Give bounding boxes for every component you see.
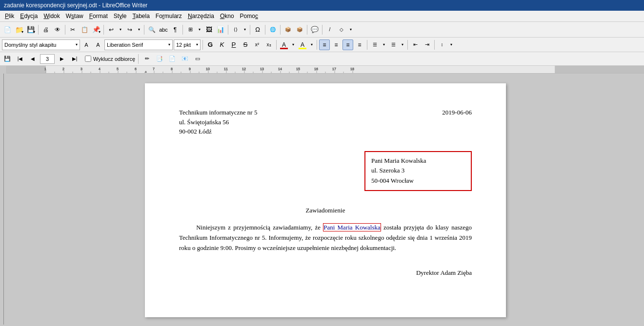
textbox-button[interactable]: 📦 [282, 24, 293, 35]
undo-dropdown[interactable]: ▾ [118, 24, 123, 35]
cut-button[interactable]: ✂ [67, 24, 78, 35]
mm-email-button[interactable]: 📧 [180, 54, 190, 64]
font-label: Liberation Serif [107, 42, 167, 48]
svg-text:3: 3 [80, 67, 82, 71]
style-icon-2[interactable]: A [93, 39, 103, 50]
redo-button[interactable]: ↪ [124, 24, 135, 35]
shape-button[interactable]: ◇ [336, 24, 347, 35]
menu-wstaw[interactable]: Wstaw [63, 12, 86, 20]
comment-button[interactable]: 💬 [309, 24, 320, 35]
show-fields-button[interactable]: ⟨⟩ [230, 24, 241, 35]
redo-dropdown[interactable]: ▾ [136, 24, 142, 35]
doc-header: Technikum informatyczne nr 5 ul. Świętoj… [179, 108, 472, 136]
open-button[interactable]: 📁▾ [14, 24, 24, 35]
db-button[interactable]: 🌐 [267, 24, 278, 35]
font-color-dropdown[interactable]: ▾ [290, 39, 296, 50]
bold-button[interactable]: G [205, 39, 216, 50]
svg-text:7: 7 [153, 67, 155, 71]
mailmerge-toolbar: 💾 |◀ ◀ 3 ▶ ▶| Wyklucz odbiorcę ✏ 📑 📄 📧 ▭ [0, 52, 644, 66]
style-dropdown[interactable]: Domyślny styl akapitu ▾ [2, 39, 80, 50]
print-button[interactable]: 🖨 [40, 24, 51, 35]
new-button[interactable]: 📄 [2, 24, 13, 35]
insert-table-button[interactable]: ⊞ [185, 24, 196, 35]
menu-edycja[interactable]: Edycja [17, 12, 40, 20]
spellcheck-button[interactable]: abc [158, 24, 169, 35]
toolbar-sep-3 [103, 25, 104, 35]
undo-button[interactable]: ↩ [106, 24, 117, 35]
list-ordered-dropdown[interactable]: ▾ [400, 39, 405, 50]
paste-button[interactable]: 📌▾ [91, 24, 101, 35]
line-button[interactable]: / [324, 24, 335, 35]
indent-increase-button[interactable]: ⇥ [422, 39, 432, 50]
menu-tabela[interactable]: Tabela [129, 12, 152, 20]
menu-pomoc[interactable]: Pomoc [237, 12, 261, 20]
insert-chart-button[interactable]: 📊 [215, 24, 226, 35]
body-part1: Niniejszym z przyjemnością zawiadamiamy,… [196, 224, 323, 231]
textbox2-button[interactable]: 📦 [294, 24, 305, 35]
svg-text:15: 15 [296, 67, 300, 71]
menu-format[interactable]: Format [86, 12, 111, 20]
size-chevron[interactable]: ▾ [196, 42, 198, 47]
shapes-dropdown[interactable]: ▾ [348, 24, 354, 35]
mm-rect-button[interactable]: ▭ [192, 54, 203, 64]
show-fields-dropdown[interactable]: ▾ [242, 24, 248, 35]
formatting-marks-button[interactable]: ¶ [170, 24, 181, 35]
menu-formularz[interactable]: Formularz [153, 12, 185, 20]
style-icon-1[interactable]: A [81, 39, 92, 50]
align-center-button[interactable]: ≡ [331, 39, 342, 50]
insert-table-dropdown[interactable]: ▾ [197, 24, 202, 35]
find-button[interactable]: 🔍 [146, 24, 157, 35]
size-dropdown[interactable]: 12 pkt ▾ [174, 39, 201, 50]
sender-line3: 90-002 Łódź [179, 127, 257, 136]
document-page: Technikum informatyczne nr 5 ul. Świętoj… [145, 83, 506, 317]
preview-button[interactable]: 👁 [52, 24, 63, 35]
mm-next-button[interactable]: ▶ [57, 54, 67, 64]
document-scroll[interactable]: Technikum informatyczne nr 5 ul. Świętoj… [7, 74, 644, 325]
subscript-button[interactable]: x₂ [263, 39, 274, 50]
menu-style[interactable]: Style [111, 12, 130, 20]
mm-exclude-checkbox[interactable] [85, 56, 91, 62]
toolbar-sep-2 [65, 25, 65, 35]
menu-widok[interactable]: Widok [40, 12, 62, 20]
italic-button[interactable]: K [217, 39, 227, 50]
align-right-button[interactable]: ≡ [342, 39, 353, 50]
mm-save-button[interactable]: 💾 [2, 54, 13, 64]
strikethrough-button[interactable]: S [240, 39, 251, 50]
line-spacing-dropdown[interactable]: ▾ [448, 39, 454, 50]
font-dropdown[interactable]: Liberation Serif ▾ [104, 39, 173, 50]
underline-button[interactable]: P [228, 39, 239, 50]
line-spacing-button[interactable]: ↕ [437, 39, 447, 50]
list-unordered-button[interactable]: ☰ [369, 39, 380, 50]
menu-narzedzia[interactable]: Narzędzia [185, 12, 217, 20]
mm-record-number[interactable]: 3 [40, 54, 55, 64]
superscript-button[interactable]: x² [252, 39, 262, 50]
mm-layout-button[interactable]: 📑 [154, 54, 165, 64]
align-left-button[interactable]: ≡ [319, 39, 330, 50]
left-margin-indicator [0, 74, 7, 325]
copy-button[interactable]: 📋 [79, 24, 90, 35]
mm-prev-button[interactable]: ◀ [27, 54, 38, 64]
body-merge-field: Pani Maria Kowalska [323, 223, 381, 231]
list-unordered-dropdown[interactable]: ▾ [381, 39, 387, 50]
align-justify-button[interactable]: ≡ [354, 39, 365, 50]
highlight-button[interactable]: A [297, 39, 308, 50]
style-chevron[interactable]: ▾ [76, 42, 78, 47]
list-ordered-button[interactable]: ☰ [388, 39, 399, 50]
doc-body: Niniejszym z przyjemnością zawiadamiamy,… [179, 223, 472, 253]
size-label: 12 pkt [176, 42, 195, 48]
font-chevron[interactable]: ▾ [168, 42, 170, 47]
highlight-dropdown[interactable]: ▾ [309, 39, 315, 50]
insert-image-button[interactable]: 🖼 [203, 24, 214, 35]
mm-edit-button[interactable]: ✏ [141, 54, 152, 64]
mm-first-button[interactable]: |◀ [15, 54, 25, 64]
omega-button[interactable]: Ω [252, 24, 263, 35]
menu-plik[interactable]: Plik [2, 12, 17, 20]
svg-text:2: 2 [62, 67, 64, 71]
font-color-button[interactable]: A [279, 39, 289, 50]
mm-last-button[interactable]: ▶| [69, 54, 80, 64]
indent-decrease-button[interactable]: ⇤ [410, 39, 421, 50]
save-button[interactable]: 💾▾ [25, 24, 36, 35]
mm-layout2-button[interactable]: 📄 [167, 54, 178, 64]
menu-okno[interactable]: Okno [217, 12, 237, 20]
svg-text:17: 17 [332, 67, 336, 71]
